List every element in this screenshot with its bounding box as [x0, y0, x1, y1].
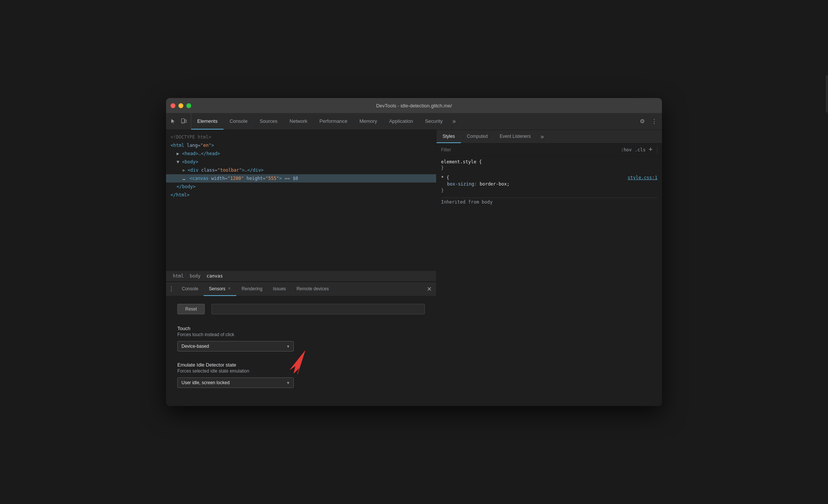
- tab-event-listeners[interactable]: Event Listeners: [494, 130, 537, 143]
- dom-line-html-close: </html>: [166, 191, 436, 199]
- maximize-button[interactable]: [186, 103, 191, 108]
- dom-line-head[interactable]: ▶ <head>…</head>: [166, 149, 436, 158]
- bottom-tab-issues[interactable]: Issues: [267, 282, 291, 296]
- bottom-panel: ⋮ Console Sensors ✕ Rendering Issues: [166, 282, 436, 406]
- css-source-link[interactable]: style.css:1: [628, 175, 657, 180]
- tab-memory[interactable]: Memory: [354, 113, 383, 130]
- reset-button[interactable]: Reset: [177, 304, 205, 314]
- touch-select-wrapper: Device-based Force enabled Force disable…: [177, 341, 294, 352]
- device-icon[interactable]: [180, 117, 188, 125]
- filter-input[interactable]: [441, 147, 618, 152]
- close-sensors-tab[interactable]: ✕: [228, 286, 231, 291]
- touch-description: Forces touch instead of click: [177, 332, 425, 337]
- close-bottom-panel[interactable]: ✕: [422, 282, 436, 296]
- touch-section: Touch Forces touch instead of click Devi…: [177, 326, 425, 352]
- add-style-button[interactable]: +: [648, 146, 653, 154]
- dom-line-html[interactable]: <html lang="en">: [166, 141, 436, 149]
- more-options-icon[interactable]: ⋮: [650, 117, 658, 125]
- sensors-panel: Reset Touch Forces touch instead of clic…: [166, 296, 436, 406]
- svg-rect-1: [185, 120, 186, 122]
- breadcrumb-html[interactable]: html: [171, 273, 186, 279]
- left-panel: <!DOCTYPE html> <html lang="en"> ▶ <head…: [166, 130, 437, 406]
- tab-console[interactable]: Console: [224, 113, 254, 130]
- breadcrumb: html body canvas: [166, 270, 436, 282]
- bottom-tab-rendering[interactable]: Rendering: [236, 282, 267, 296]
- window-title: DevTools - idle-detection.glitch.me/: [376, 103, 452, 109]
- dom-tree[interactable]: <!DOCTYPE html> <html lang="en"> ▶ <head…: [166, 130, 436, 270]
- tab-network[interactable]: Network: [284, 113, 314, 130]
- bottom-tab-menu[interactable]: ⋮: [166, 282, 177, 296]
- idle-description: Forces selected idle state emulation: [177, 368, 425, 374]
- tab-application[interactable]: Application: [383, 113, 419, 130]
- touch-label: Touch: [177, 326, 425, 331]
- css-rule-element-style: element.style { }: [441, 159, 657, 171]
- breadcrumb-canvas[interactable]: canvas: [204, 273, 225, 279]
- styles-tabs: Styles Computed Event Listeners »: [437, 130, 662, 143]
- filter-bar: :hov .cls +: [437, 143, 662, 156]
- tab-overflow-button[interactable]: »: [449, 113, 459, 130]
- dom-line-body-close: </body>: [166, 183, 436, 191]
- styles-tab-overflow[interactable]: »: [537, 130, 548, 143]
- touch-select[interactable]: Device-based Force enabled Force disable…: [177, 341, 294, 352]
- devtools-right-icons: ⚙ ⋮: [634, 113, 662, 130]
- dom-line-div[interactable]: ▶<div class="toolbar">…</div>: [166, 166, 436, 174]
- tab-computed[interactable]: Computed: [461, 130, 494, 143]
- toolbar-icons: [166, 113, 191, 130]
- reset-bar: Reset: [177, 304, 425, 314]
- tab-performance[interactable]: Performance: [313, 113, 353, 130]
- idle-label: Emulate Idle Detector state: [177, 362, 425, 368]
- traffic-lights: [171, 103, 191, 108]
- bottom-tab-remote-devices[interactable]: Remote devices: [291, 282, 334, 296]
- dom-line-doctype: <!DOCTYPE html>: [166, 133, 436, 141]
- cursor-icon[interactable]: [169, 117, 177, 125]
- idle-select[interactable]: No idle emulation User active, screen un…: [177, 377, 294, 388]
- dom-line-canvas[interactable]: … <canvas width="1280" height="555"> == …: [166, 174, 436, 183]
- title-bar: DevTools - idle-detection.glitch.me/: [166, 98, 662, 113]
- idle-select-wrapper: No idle emulation User active, screen un…: [177, 377, 294, 388]
- main-content: <!DOCTYPE html> <html lang="en"> ▶ <head…: [166, 130, 662, 406]
- bottom-tab-console[interactable]: Console: [177, 282, 204, 296]
- inherited-from-label: Inherited from body: [441, 198, 657, 206]
- devtools-window: DevTools - idle-detection.glitch.me/ Ele…: [166, 98, 662, 406]
- bottom-tab-sensors[interactable]: Sensors ✕: [204, 282, 236, 296]
- right-panel: Styles Computed Event Listeners » :hov .…: [437, 130, 662, 406]
- settings-icon[interactable]: ⚙: [638, 117, 646, 125]
- tab-elements[interactable]: Elements: [191, 113, 224, 130]
- tab-sources[interactable]: Sources: [254, 113, 284, 130]
- css-rule-star: * { style.css:1 box-sizing: border-box; …: [441, 175, 657, 193]
- tab-styles[interactable]: Styles: [437, 130, 461, 143]
- minimize-button[interactable]: [178, 103, 183, 108]
- tab-security[interactable]: Security: [419, 113, 449, 130]
- dom-line-body[interactable]: ▼ <body>: [166, 158, 436, 166]
- close-button[interactable]: [171, 103, 175, 108]
- breadcrumb-body[interactable]: body: [187, 273, 203, 279]
- bottom-tabs: ⋮ Console Sensors ✕ Rendering Issues: [166, 282, 436, 296]
- idle-detector-section: Emulate Idle Detector state Forces selec…: [177, 362, 425, 388]
- hov-button[interactable]: :hov: [621, 147, 632, 152]
- cls-button[interactable]: .cls: [635, 147, 646, 152]
- css-content[interactable]: element.style { } * { style.css:1 bo: [437, 156, 662, 406]
- devtools-tab-bar: Elements Console Sources Network Perform…: [166, 113, 662, 130]
